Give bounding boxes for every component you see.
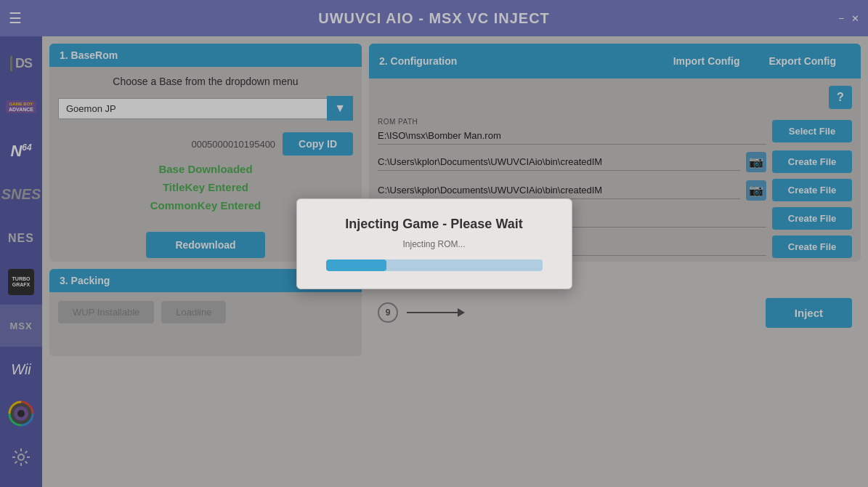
progress-bar-background <box>326 259 543 271</box>
modal-subtitle: Injecting ROM... <box>326 239 543 249</box>
modal-overlay: Injecting Game - Please Wait Injecting R… <box>0 0 868 487</box>
modal-title: Injecting Game - Please Wait <box>326 217 543 232</box>
progress-bar-fill <box>326 259 386 271</box>
progress-modal: Injecting Game - Please Wait Injecting R… <box>296 198 572 289</box>
